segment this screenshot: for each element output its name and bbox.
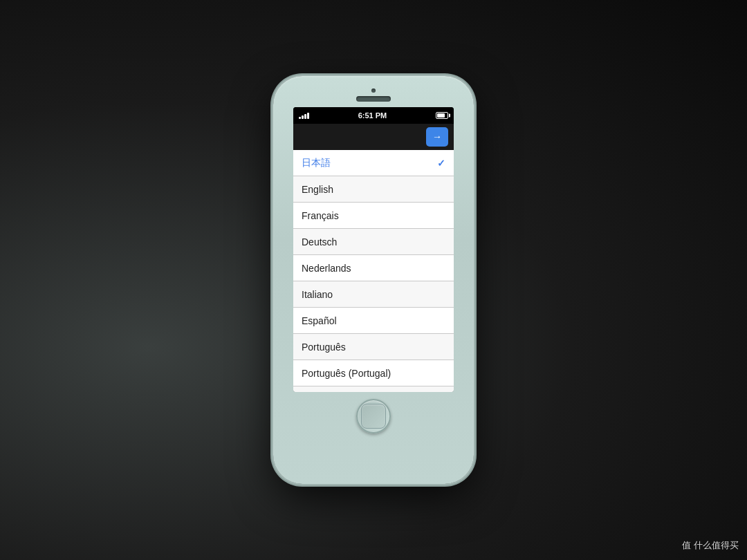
language-item[interactable]: Português (Portugal) — [293, 360, 454, 386]
language-item[interactable]: Italiano — [293, 281, 454, 308]
signal-bar-1 — [299, 117, 301, 119]
watermark: 值 什么值得买 — [682, 539, 739, 552]
checkmark-icon: ✓ — [437, 158, 445, 169]
phone-top — [283, 88, 464, 102]
signal-bar-3 — [304, 114, 306, 119]
speaker-grille — [356, 96, 391, 102]
screen: 6:51 PM → 日本語✓EnglishFrançaisDeutschNede… — [293, 107, 454, 392]
home-button[interactable] — [356, 399, 391, 433]
language-label: Português — [302, 342, 346, 353]
language-label: 日本語 — [302, 157, 331, 169]
language-label: Español — [302, 315, 337, 326]
language-list: 日本語✓EnglishFrançaisDeutschNederlandsItal… — [293, 150, 454, 392]
signal-bar-2 — [302, 115, 304, 119]
home-button-inner — [361, 404, 386, 429]
language-item[interactable]: Português — [293, 334, 454, 360]
language-item[interactable]: Français — [293, 203, 454, 229]
language-item[interactable]: Nederlands — [293, 255, 454, 281]
language-item[interactable]: English — [293, 176, 454, 203]
battery-fill — [437, 113, 445, 118]
language-label: Nederlands — [302, 263, 351, 274]
language-label: Deutsch — [302, 236, 337, 248]
language-label: Italiano — [302, 289, 333, 300]
camera-dot — [371, 88, 376, 93]
language-item[interactable]: Dansk — [293, 386, 454, 392]
next-button[interactable]: → — [426, 127, 448, 147]
language-label: English — [302, 184, 333, 195]
status-bar: 6:51 PM — [293, 107, 454, 124]
language-label: Français — [302, 210, 339, 221]
status-right — [436, 112, 448, 119]
language-label: Português (Portugal) — [302, 368, 391, 379]
nav-bar: → — [293, 124, 454, 150]
signal-bars — [299, 113, 309, 119]
language-item[interactable]: Deutsch — [293, 229, 454, 255]
battery-icon — [436, 112, 448, 119]
language-item[interactable]: 日本語✓ — [293, 150, 454, 176]
phone-shell: 6:51 PM → 日本語✓EnglishFrançaisDeutschNede… — [273, 76, 474, 484]
language-item[interactable]: Español — [293, 308, 454, 334]
signal-bar-4 — [307, 113, 309, 119]
arrow-right-icon: → — [432, 131, 442, 142]
status-time: 6:51 PM — [358, 111, 387, 120]
